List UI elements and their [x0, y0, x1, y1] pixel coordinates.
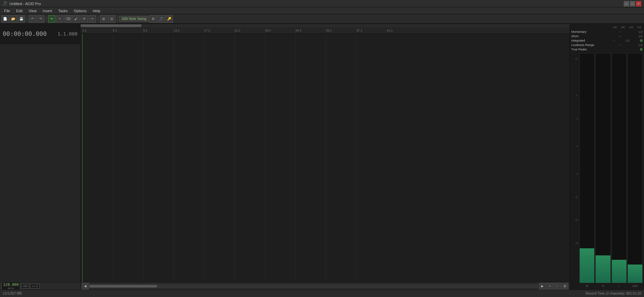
loudness-short-label: Short [571, 35, 602, 38]
loop-tool[interactable]: ⟳ [81, 15, 88, 23]
ruler-mark-9: 33.1 [326, 29, 332, 32]
time-display: 00:00:00.000 1.1.000 [0, 24, 80, 44]
menu-insert[interactable]: Insert [40, 8, 55, 14]
ruler-mark-11: 41.1 [387, 29, 393, 32]
app-icon: 🎵 [3, 1, 7, 6]
grid-line-2 [143, 34, 143, 282]
key-button[interactable]: 🔑 [165, 15, 173, 23]
erase-tool[interactable]: ⌫ [64, 15, 72, 23]
maximize-button[interactable]: □ [630, 1, 635, 6]
ruler-mark-7: 25.1 [265, 29, 271, 32]
left-panel: 00:00:00.000 1.1.000 120.000 BPM 4/4 ♪= … [0, 24, 81, 290]
open-button[interactable]: 📂 [9, 15, 17, 23]
draw-tool[interactable]: ✏ [48, 15, 55, 23]
loudness-range-row: Loudness Range — LU [571, 43, 643, 47]
loudness-col-label-inf1: -Inf. [612, 26, 618, 29]
status-record-info: Record Time (2 channels): 801:51:20 [585, 292, 641, 295]
ruler-mark-5: 17.1 [204, 29, 210, 32]
playhead [82, 34, 83, 282]
timeline-prev-btn[interactable]: ◀ [82, 283, 89, 290]
ruler-mark-2: 5.1 [113, 29, 117, 32]
status-bar: 12/3,567 MB Record Time (2 channels): 80… [0, 290, 644, 297]
ruler-mark-6: 21.1 [235, 29, 241, 32]
toolbar-separator-4 [117, 16, 117, 22]
loudness-range-label: Loudness Range [571, 43, 602, 47]
grid-line-7 [295, 34, 296, 282]
swing-selector[interactable]: 16th Note Swing [119, 16, 149, 22]
ruler-mark-3: 9.1 [143, 29, 148, 32]
close-button[interactable]: ✕ [636, 1, 641, 6]
time-measure: 1.1.000 [58, 31, 77, 37]
loudness-integrated-label: Integrated [571, 39, 602, 42]
loudness-truepeaks-label: True Peaks [571, 48, 602, 51]
status-memory: 12/3,567 MB [3, 292, 22, 295]
toolbar-separator-2 [46, 16, 46, 22]
timeline-zoom-in[interactable]: + [547, 283, 553, 290]
menu-view[interactable]: View [26, 8, 40, 14]
loudness-col-label-00: 0.0 [636, 26, 643, 29]
menu-options[interactable]: Options [71, 8, 89, 14]
save-button[interactable]: 💾 [18, 15, 25, 23]
loudness-momentary-row: Momentary — LU [571, 30, 643, 33]
new-button[interactable]: 📄 [1, 15, 9, 23]
undo-button[interactable]: ↶ [29, 15, 36, 23]
timeline-bottom-controls: ◀ ▶ + − ⊞ [81, 282, 570, 290]
transport-left: 120.000 BPM 4/4 ♪= A [0, 282, 80, 290]
title-bar: 🎵 Untitled - ACID Pro ─ □ ✕ [0, 0, 644, 7]
meter-label-i: I [612, 284, 627, 288]
menu-edit[interactable]: Edit [14, 8, 25, 14]
trim-tool[interactable]: ✂ [89, 15, 96, 23]
minimize-button[interactable]: ─ [624, 1, 629, 6]
track-canvas[interactable] [81, 34, 570, 282]
toolbar-separator-3 [98, 16, 98, 22]
menu-tasks[interactable]: Tasks [55, 8, 70, 14]
toolbar: 📄 📂 💾 ↶ ↷ ✏ ↖ ⌫ 🖌 ⟳ ✂ ⊞ ⊟ 16th Note Swin… [0, 14, 644, 24]
ruler-mark-8: 29.1 [295, 29, 302, 32]
timeline-area: 1.1 5.1 9.1 13.1 17.1 21.1 25.1 29.1 33.… [81, 24, 570, 290]
grid-line-9 [356, 34, 357, 282]
loudness-truepeaks-row: True Peaks [571, 48, 643, 51]
loudness-integrated-row: Integrated — LU [571, 39, 643, 42]
ruler-mark-10: 37.1 [356, 29, 362, 32]
loudness-short-unit: LU [639, 35, 643, 38]
bpm-display[interactable]: 120.000 BPM [1, 282, 20, 291]
time-sig-display[interactable]: 4/4 [21, 284, 29, 289]
select-tool[interactable]: ↖ [56, 15, 64, 23]
grid-line-6 [265, 34, 265, 282]
redo-button[interactable]: ↷ [37, 15, 44, 23]
grid-line-3 [174, 34, 174, 282]
timeline-next-btn[interactable]: ▶ [539, 283, 546, 290]
pitch-display[interactable]: ♪= A [30, 284, 40, 289]
loudness-short-row: Short — LU [571, 35, 643, 38]
timeline-fit[interactable]: ⊞ [561, 283, 568, 290]
title-text: Untitled - ACID Pro [9, 2, 41, 6]
paint-tool[interactable]: 🖌 [72, 15, 80, 23]
meter-label-lra: LRA [627, 284, 643, 288]
menu-file[interactable]: File [1, 8, 13, 14]
loudness-momentary-unit: LU [639, 30, 643, 33]
grid-line-8 [326, 34, 326, 282]
ruler-mark-4: 13.1 [174, 29, 180, 32]
swing-settings[interactable]: ⚙ [149, 15, 157, 23]
menu-bar: File Edit View Insert Tasks Options Help [0, 7, 644, 14]
snap-button[interactable]: ⊞ [100, 15, 107, 23]
scrollbar-thumb[interactable] [81, 24, 141, 27]
metronome-button[interactable]: 🎵 [157, 15, 165, 23]
loudness-momentary-label: Momentary [571, 30, 602, 33]
timeline-zoom-out[interactable]: − [554, 283, 561, 290]
loudness-short-dash: — [619, 35, 622, 38]
loudness-integrated-unit: LU [626, 39, 630, 42]
meter-label-m: M [579, 284, 595, 288]
track-area-left [0, 44, 80, 282]
loudness-col-label-inf3: -Inf. [628, 26, 635, 29]
loudness-truepeaks-dot [640, 48, 643, 51]
loudness-momentary-dash: — [619, 30, 622, 33]
loudness-col-label-inf2: -Inf. [620, 26, 626, 29]
loudness-panel: -Inf. -Inf. -Inf. 0.0 Momentary — LU Sho… [570, 24, 644, 290]
grid-button[interactable]: ⊟ [108, 15, 115, 23]
loudness-integrated-dot [640, 39, 643, 42]
timeline-scrollbar[interactable] [81, 24, 570, 27]
menu-help[interactable]: Help [90, 8, 103, 14]
toolbar-separator-1 [27, 16, 27, 22]
grid-line-4 [204, 34, 204, 282]
